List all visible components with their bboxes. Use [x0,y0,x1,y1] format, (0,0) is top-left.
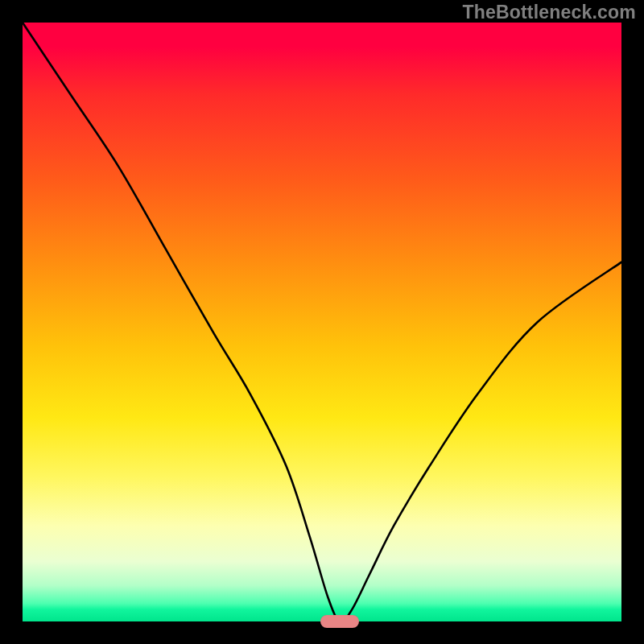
optimum-marker [320,615,359,628]
plot-area [23,23,621,621]
curve-svg [23,23,621,621]
watermark-text: TheBottleneck.com [462,2,636,23]
chart-container: TheBottleneck.com [0,0,644,644]
bottleneck-curve [23,23,621,621]
